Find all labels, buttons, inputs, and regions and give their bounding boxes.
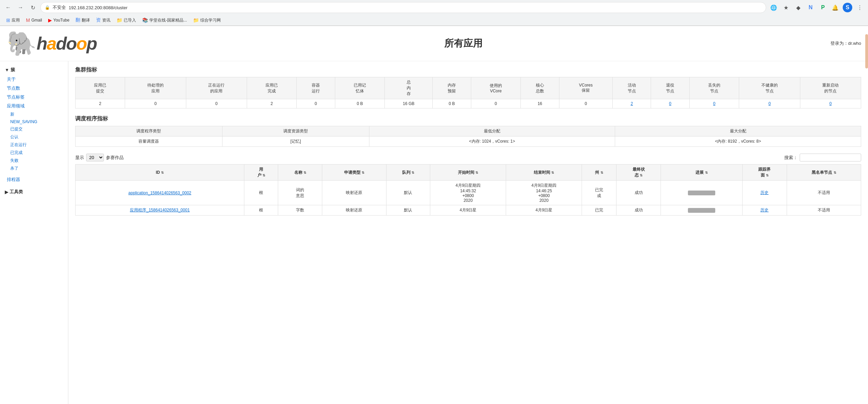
sidebar-item-scheduler[interactable]: 排程器: [0, 175, 68, 184]
bookmark-news[interactable]: 资 资讯: [93, 16, 113, 24]
sidebar-sub-finished[interactable]: 已完成: [0, 149, 68, 157]
bookmark-综合-label: 综合学习网: [200, 17, 221, 23]
bookmark-gmail-label: Gmail: [31, 18, 42, 23]
table-controls: 显示 20 50 100 参赛作品 搜索：: [75, 154, 861, 161]
bookmark-youtube[interactable]: ▶ YouTube: [45, 16, 72, 24]
metric-total-cores: 16: [521, 99, 559, 108]
col-header-id[interactable]: ID ⇅: [76, 165, 244, 181]
sidebar-item-app-domain[interactable]: 应用领域: [0, 102, 68, 110]
sidebar-item-about[interactable]: 关于: [0, 75, 68, 84]
metric-running-apps: 0: [186, 99, 247, 108]
bookmark-apps[interactable]: ⊞ 应用: [3, 16, 23, 24]
sched-max: <内存: 8192，vCores: 8>: [615, 136, 861, 147]
sidebar-sub-accepted[interactable]: 公认: [0, 133, 68, 141]
metric-header-pending: 待处理的应用: [125, 77, 186, 99]
sched-header-max: 最大分配: [615, 126, 861, 136]
elephant-icon: 🐘: [7, 29, 37, 57]
col-header-start[interactable]: 开始时间 ⇅: [430, 165, 506, 181]
menu-button[interactable]: ⋮: [855, 3, 865, 12]
app-name-0: 词的意思: [278, 181, 322, 205]
study-icon: 📚: [142, 17, 148, 23]
sidebar-tools-header[interactable]: ▶ 工具类: [0, 187, 68, 197]
col-header-tracking[interactable]: 跟踪界面 ⇅: [742, 165, 787, 181]
profile-avatar[interactable]: S: [843, 3, 852, 12]
app-tracking-1[interactable]: 历史: [742, 205, 787, 216]
app-final-0: 成功: [616, 181, 661, 205]
sidebar-sub-new-saving[interactable]: NEW_SAVING: [0, 118, 68, 125]
sidebar-sub-new[interactable]: 新: [0, 110, 68, 118]
hadoop-logo-text: hadoop: [37, 33, 97, 54]
metric-decom-nodes[interactable]: 0: [651, 99, 689, 108]
sidebar-item-node-labels[interactable]: 节点标签: [0, 93, 68, 102]
n-extension-icon[interactable]: N: [806, 3, 815, 12]
metric-rebooted-nodes[interactable]: 0: [800, 99, 861, 108]
app-user-1: 根: [244, 205, 278, 216]
col-header-state[interactable]: 州 ⇅: [582, 165, 616, 181]
security-icon: 🔒: [45, 5, 50, 10]
col-header-final-status[interactable]: 最终状态 ⇅: [616, 165, 661, 181]
bookmark-imported[interactable]: 📁 已导入: [114, 16, 139, 24]
app-start-0: 4月9日星期四14:45:32+08002020: [430, 181, 506, 205]
app-id-1[interactable]: 应用程序_1586414026563_0001: [76, 205, 244, 216]
col-header-queue[interactable]: 队列 ⇅: [386, 165, 430, 181]
sidebar-cluster-header[interactable]: ▼ 簇: [0, 65, 68, 75]
bookmark-translate[interactable]: 翻 翻译: [73, 16, 93, 24]
user-info: 登录为：dr.who: [830, 40, 861, 47]
show-select[interactable]: 20 50 100: [86, 154, 104, 161]
bookmark-study-label: 学堂在线-国家精品...: [149, 17, 187, 23]
col-header-user[interactable]: 用户 ⇅: [244, 165, 278, 181]
metric-header-rebooted-nodes: 重新启动的节点: [800, 77, 861, 99]
app-state-1: 已完: [582, 205, 616, 216]
address-bar[interactable]: 🔒 不安全 192.168.232.200:8088/cluster: [40, 2, 766, 13]
bookmark-study[interactable]: 📚 学堂在线-国家精品...: [139, 16, 190, 24]
col-header-blacklist[interactable]: 黑名单节点 ⇅: [787, 165, 861, 181]
sidebar-sub-killed[interactable]: 杀了: [0, 165, 68, 172]
app-name-1: 字数: [278, 205, 322, 216]
app-id-0[interactable]: application_1586414026563_0002: [76, 181, 244, 205]
sched-type: 容量调度器: [76, 136, 222, 147]
scrollbar[interactable]: [865, 34, 868, 68]
app-blacklist-0: 不适用: [787, 181, 861, 205]
bookmark-综合[interactable]: 📁 综合学习网: [190, 16, 223, 24]
table-controls-left: 显示 20 50 100 参赛作品: [75, 154, 124, 161]
metric-containers: 0: [297, 99, 335, 108]
sched-header-min: 最低分配: [369, 126, 615, 136]
tools-expand-icon: ▶: [5, 190, 8, 195]
translate-icon[interactable]: 🌐: [769, 3, 778, 12]
browser-chrome: ← → ↻ 🔒 不安全 192.168.232.200:8088/cluster…: [0, 0, 868, 26]
page-header: 🐘 hadoop 所有应用 登录为：dr.who: [0, 26, 868, 61]
metric-lost-nodes[interactable]: 0: [689, 99, 739, 108]
gmail-icon: M: [26, 17, 30, 23]
forward-button[interactable]: →: [16, 3, 25, 12]
translate-bm-icon: 翻: [76, 17, 80, 23]
sidebar-sub-running[interactable]: 正在运行: [0, 141, 68, 149]
search-input[interactable]: [800, 154, 861, 161]
metric-reserved-vcores: 0: [559, 99, 612, 108]
content-area: 集群指标 应用已提交 待处理的应用 正在运行的应用 应用已完成 容器运行 已用记…: [68, 61, 868, 404]
sidebar-sub-failed[interactable]: 失败: [0, 157, 68, 165]
sidebar-item-nodes[interactable]: 节点数: [0, 84, 68, 93]
bookmarks-bar: ⊞ 应用 M Gmail ▶ YouTube 翻 翻译 资 资讯 📁 已导入 📚…: [0, 15, 868, 26]
col-header-progress[interactable]: 进展 ⇅: [661, 165, 742, 181]
scheduler-metrics-title: 调度程序指标: [75, 115, 861, 122]
bookmark-gmail[interactable]: M Gmail: [23, 16, 45, 24]
col-header-name[interactable]: 名称 ⇅: [278, 165, 322, 181]
extensions-icon[interactable]: ◆: [794, 3, 803, 12]
search-label: 搜索：: [784, 155, 798, 161]
refresh-button[interactable]: ↻: [28, 3, 38, 12]
metric-total-mem: 16 GB: [385, 99, 433, 108]
apps-icon: ⊞: [6, 17, 10, 23]
back-button[interactable]: ←: [3, 3, 13, 12]
app-tracking-0[interactable]: 历史: [742, 181, 787, 205]
metric-header-running-apps: 正在运行的应用: [186, 77, 247, 99]
notification-icon[interactable]: 🔔: [830, 3, 840, 12]
sidebar-sub-submitted[interactable]: 已提交: [0, 125, 68, 133]
col-header-type[interactable]: 申请类型 ⇅: [322, 165, 386, 181]
col-header-end[interactable]: 结束时间 ⇅: [506, 165, 582, 181]
app-queue-0: 默认: [386, 181, 430, 205]
p-extension-icon[interactable]: P: [818, 3, 828, 12]
bookmark-star-icon[interactable]: ★: [781, 3, 791, 12]
metric-active-nodes[interactable]: 2: [612, 99, 651, 108]
metric-unhealthy-nodes[interactable]: 0: [739, 99, 800, 108]
app-user-0: 根: [244, 181, 278, 205]
